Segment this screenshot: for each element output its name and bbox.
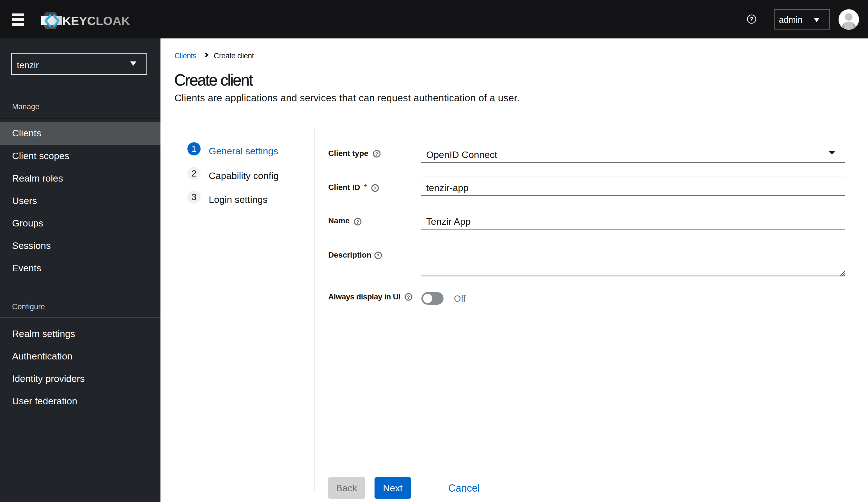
svg-text:?: ? [374, 186, 376, 191]
svg-text:?: ? [750, 16, 753, 23]
svg-text:?: ? [356, 219, 359, 225]
svg-text:KEYCLOAK: KEYCLOAK [62, 14, 130, 28]
svg-text:?: ? [377, 253, 380, 258]
svg-text:?: ? [375, 152, 378, 157]
svg-text:?: ? [407, 295, 410, 300]
